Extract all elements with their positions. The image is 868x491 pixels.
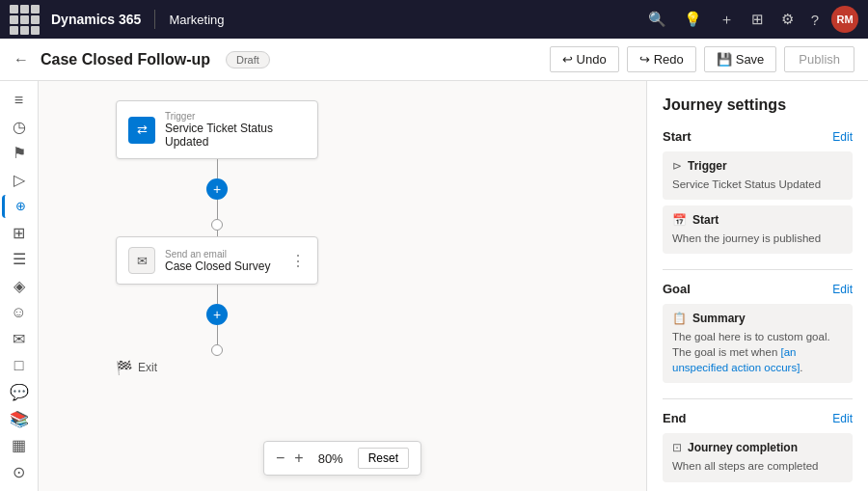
undo-icon: ↩ [562,52,573,67]
email-type-label: Send an email [165,249,270,259]
completion-card-text: When all steps are completed [672,458,843,474]
trigger-card-text: Service Ticket Status Updated [672,177,843,192]
sidebar-item-play[interactable]: ▷ [2,169,37,192]
end-edit-button[interactable]: Edit [832,412,853,425]
trigger-card-header: ⊳ Trigger [672,159,843,173]
completion-card-header: ⊡ Journey completion [672,441,843,454]
sidebar-item-contact[interactable]: ☺ [2,301,37,324]
completion-card: ⊡ Journey completion When all steps are … [663,433,853,481]
completion-card-icon: ⊡ [672,441,682,454]
settings-goal-section: Goal Edit 📋 Summary The goal here is to … [663,282,853,383]
settings-end-section: End Edit ⊡ Journey completion When all s… [663,411,853,481]
settings-end-header: End Edit [663,411,853,425]
settings-start-header: Start Edit [663,129,853,144]
start-card-title: Start [692,213,719,227]
end-section-label: End [663,411,687,425]
add-step-button-2[interactable]: + [206,304,228,325]
sidebar-item-analytics[interactable]: ▦ [2,434,37,457]
avatar[interactable]: RM [831,6,858,33]
trigger-icon: ⇄ [128,117,155,144]
nav-divider [154,10,155,29]
filter-icon[interactable]: ⊞ [751,11,764,28]
connector-line-2 [217,200,218,219]
goal-edit-button[interactable]: Edit [832,283,853,296]
back-button[interactable]: ← [14,51,29,68]
email-icon: ✉ [128,247,155,274]
toolbar: ← Case Closed Follow-up Draft ↩ Undo ↪ R… [0,39,868,81]
connector-line-1 [217,159,218,178]
trigger-node[interactable]: ⇄ Trigger Service Ticket Status Updated [116,100,318,159]
connector-line-5 [217,325,218,344]
connector-circle-1 [211,219,223,231]
connector-1: + [116,159,318,236]
exit-label: Exit [138,361,157,374]
lightbulb-icon[interactable]: 💡 [684,11,702,28]
divider-2 [663,398,853,399]
settings-icon[interactable]: ⚙ [781,11,794,28]
summary-card-icon: 📋 [672,312,687,325]
divider-1 [663,269,853,270]
connector-line-3 [217,231,218,236]
zoom-plus-button[interactable]: + [294,450,303,467]
sidebar-item-segment[interactable]: ◈ [2,275,37,298]
connector-circle-2 [211,344,223,356]
publish-label: Publish [799,52,840,67]
sidebar-item-flag[interactable]: ⚑ [2,142,37,165]
sidebar-item-settings2[interactable]: ⊙ [2,460,37,483]
goal-section-label: Goal [663,282,691,296]
zoom-level: 80% [313,451,348,466]
undo-button[interactable]: ↩ Undo [550,46,619,72]
zoom-minus-button[interactable]: − [276,450,285,467]
start-edit-button[interactable]: Edit [832,130,853,144]
help-icon[interactable]: ? [811,12,819,28]
summary-text-after: . [800,362,802,373]
summary-card-text: The goal here is to custom goal. The goa… [672,329,843,375]
sidebar-item-library[interactable]: 📚 [2,407,37,430]
start-card: 📅 Start When the journey is published [663,205,853,254]
email-value: Case Closed Survey [165,259,270,273]
exit-node: 🏁 Exit [116,360,318,375]
settings-panel: Journey settings Start Edit ⊳ Trigger Se… [646,81,868,491]
settings-goal-header: Goal Edit [663,282,853,296]
main-layout: ≡ ◷ ⚑ ▷ ⊕ ⊞ ☰ ◈ ☺ ✉ □ 💬 📚 ▦ ⊙ ⇄ Trigger … [0,81,868,491]
plus-icon[interactable]: ＋ [719,11,734,29]
zoom-bar: − + 80% Reset [263,441,421,476]
trigger-node-text: Trigger Service Ticket Status Updated [165,111,306,149]
trigger-card-title: Trigger [688,159,727,173]
redo-label: Redo [654,52,684,67]
save-icon: 💾 [717,52,732,67]
publish-button[interactable]: Publish [784,46,854,72]
undo-label: Undo [577,52,607,67]
sidebar-item-list[interactable]: ☰ [2,248,37,271]
app-grid-icon[interactable] [10,5,40,35]
canvas: ⇄ Trigger Service Ticket Status Updated … [39,81,646,491]
sidebar-item-chat[interactable]: 💬 [2,381,37,404]
start-card-icon: 📅 [672,213,687,227]
zoom-reset-button[interactable]: Reset [358,448,409,469]
start-card-text: When the journey is published [672,231,843,246]
module-name: Marketing [169,13,224,27]
status-badge: Draft [226,51,270,68]
sidebar-item-menu[interactable]: ≡ [2,89,37,112]
settings-title: Journey settings [663,96,853,114]
exit-icon: 🏁 [116,360,132,375]
trigger-type-label: Trigger [165,111,306,122]
save-button[interactable]: 💾 Save [704,46,777,72]
search-icon[interactable]: 🔍 [648,11,666,28]
summary-card-header: 📋 Summary [672,312,843,325]
email-node[interactable]: ✉ Send an email Case Closed Survey ⋮ [116,236,318,285]
sidebar-item-journey[interactable]: ⊕ [2,195,37,218]
page-title: Case Closed Follow-up [41,51,210,68]
summary-card-title: Summary [692,312,746,325]
trigger-card: ⊳ Trigger Service Ticket Status Updated [663,151,853,200]
connector-line-4 [217,285,218,304]
add-step-button-1[interactable]: + [206,178,228,200]
save-label: Save [736,52,765,67]
sidebar-item-form[interactable]: □ [2,354,37,377]
email-node-text: Send an email Case Closed Survey [165,249,270,273]
sidebar-item-email[interactable]: ✉ [2,328,37,351]
redo-button[interactable]: ↪ Redo [627,46,696,72]
email-node-menu[interactable]: ⋮ [290,252,306,270]
sidebar-item-history[interactable]: ◷ [2,116,37,139]
sidebar-item-grid[interactable]: ⊞ [2,222,37,245]
